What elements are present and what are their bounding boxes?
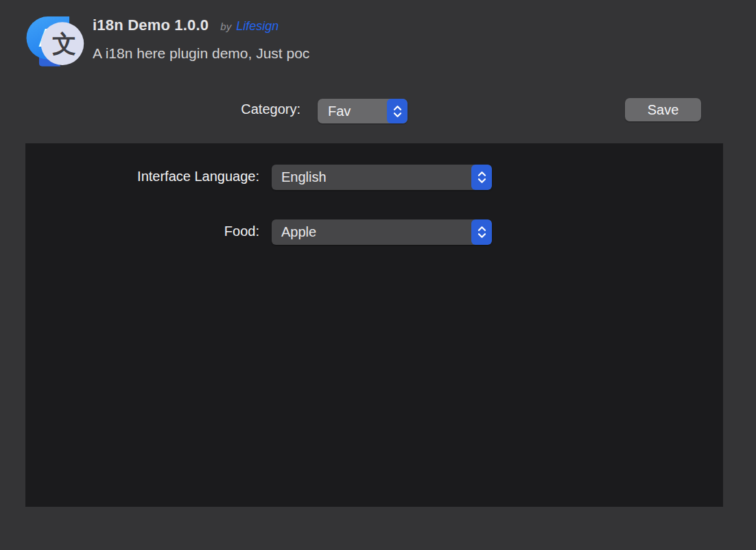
header: i18n Demo 1.0.0 by Lifesign: [93, 16, 279, 34]
author-link[interactable]: Lifesign: [236, 19, 279, 34]
chevron-up-down-icon: [387, 99, 407, 123]
plugin-subtitle: A i18n here plugin demo, Just poc: [93, 45, 309, 62]
interface-language-popup-value: English: [272, 165, 471, 190]
interface-language-popup[interactable]: English: [272, 165, 492, 190]
chevron-up-down-icon: [471, 165, 492, 190]
food-popup-value: Apple: [272, 219, 471, 245]
category-popup[interactable]: Fav: [318, 99, 407, 123]
plugin-title: i18n Demo 1.0.0: [93, 16, 209, 34]
category-popup-value: Fav: [318, 99, 387, 123]
translate-icon: A 文: [23, 9, 86, 72]
save-button[interactable]: Save: [625, 98, 701, 121]
interface-language-label: Interface Language:: [25, 169, 259, 184]
food-label: Food:: [25, 224, 259, 239]
chevron-up-down-icon: [471, 219, 492, 245]
category-label: Category:: [177, 101, 300, 117]
by-label: by: [220, 21, 231, 32]
food-popup[interactable]: Apple: [272, 219, 492, 245]
plugin-preferences-window: A 文 i18n Demo 1.0.0 by Lifesign A i18n h…: [0, 0, 756, 550]
translate-icon-cjk-letter: 文: [52, 30, 76, 58]
settings-panel: Interface Language: English Food: Apple: [25, 143, 723, 507]
